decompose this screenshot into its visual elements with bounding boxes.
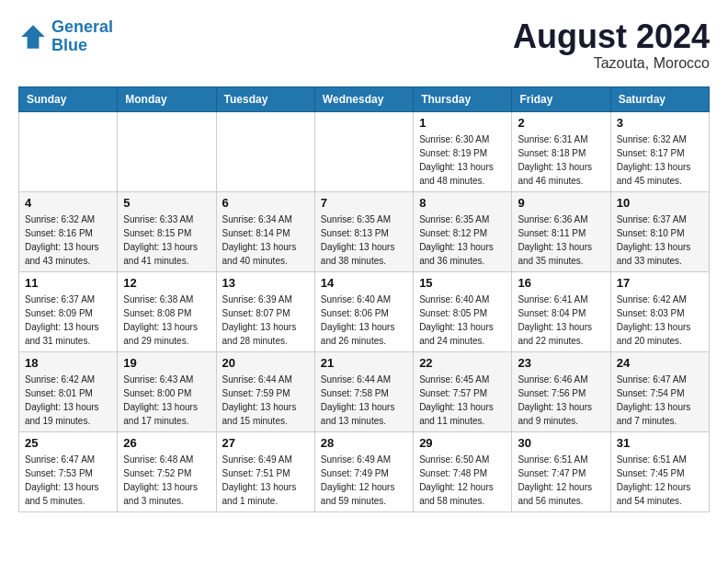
week-row-4: 18Sunrise: 6:42 AMSunset: 8:01 PMDayligh… bbox=[19, 351, 710, 431]
day-info: Sunrise: 6:45 AMSunset: 7:57 PMDaylight:… bbox=[419, 373, 506, 428]
day-info: Sunrise: 6:32 AMSunset: 8:17 PMDaylight:… bbox=[617, 132, 703, 188]
day-number: 20 bbox=[222, 356, 309, 370]
day-info: Sunrise: 6:49 AMSunset: 7:51 PMDaylight:… bbox=[222, 453, 309, 508]
title-block: August 2024 Tazouta, Morocco bbox=[513, 18, 710, 72]
day-info: Sunrise: 6:32 AMSunset: 8:16 PMDaylight:… bbox=[25, 213, 111, 268]
day-info: Sunrise: 6:42 AMSunset: 8:03 PMDaylight:… bbox=[617, 293, 703, 348]
day-number: 23 bbox=[518, 356, 604, 370]
col-header-sunday: Sunday bbox=[19, 86, 118, 111]
calendar-cell: 1Sunrise: 6:30 AMSunset: 8:19 PMDaylight… bbox=[414, 111, 512, 191]
calendar-cell: 29Sunrise: 6:50 AMSunset: 7:48 PMDayligh… bbox=[414, 431, 512, 511]
day-info: Sunrise: 6:35 AMSunset: 8:13 PMDaylight:… bbox=[321, 213, 407, 268]
col-header-wednesday: Wednesday bbox=[314, 86, 413, 111]
day-info: Sunrise: 6:37 AMSunset: 8:09 PMDaylight:… bbox=[25, 293, 111, 348]
calendar-cell: 9Sunrise: 6:36 AMSunset: 8:11 PMDaylight… bbox=[512, 191, 610, 271]
day-info: Sunrise: 6:35 AMSunset: 8:12 PMDaylight:… bbox=[419, 213, 506, 268]
calendar-cell: 2Sunrise: 6:31 AMSunset: 8:18 PMDaylight… bbox=[512, 111, 610, 191]
calendar-cell: 22Sunrise: 6:45 AMSunset: 7:57 PMDayligh… bbox=[414, 351, 512, 431]
calendar-cell: 8Sunrise: 6:35 AMSunset: 8:12 PMDaylight… bbox=[414, 191, 512, 271]
day-number: 21 bbox=[321, 356, 407, 370]
day-number: 16 bbox=[518, 276, 604, 290]
day-info: Sunrise: 6:47 AMSunset: 7:54 PMDaylight:… bbox=[617, 373, 703, 428]
day-info: Sunrise: 6:44 AMSunset: 7:58 PMDaylight:… bbox=[321, 373, 407, 428]
day-number: 13 bbox=[222, 276, 309, 290]
col-header-monday: Monday bbox=[118, 86, 216, 111]
day-number: 30 bbox=[518, 436, 604, 450]
day-number: 6 bbox=[222, 196, 309, 210]
day-info: Sunrise: 6:46 AMSunset: 7:56 PMDaylight:… bbox=[518, 373, 604, 428]
week-row-2: 4Sunrise: 6:32 AMSunset: 8:16 PMDaylight… bbox=[19, 191, 710, 271]
week-row-5: 25Sunrise: 6:47 AMSunset: 7:53 PMDayligh… bbox=[19, 431, 710, 511]
day-info: Sunrise: 6:33 AMSunset: 8:15 PMDaylight:… bbox=[123, 213, 210, 268]
day-info: Sunrise: 6:34 AMSunset: 8:14 PMDaylight:… bbox=[222, 213, 309, 268]
calendar-cell: 24Sunrise: 6:47 AMSunset: 7:54 PMDayligh… bbox=[610, 351, 709, 431]
day-info: Sunrise: 6:40 AMSunset: 8:05 PMDaylight:… bbox=[419, 293, 506, 348]
location: Tazouta, Morocco bbox=[513, 55, 710, 72]
day-info: Sunrise: 6:31 AMSunset: 8:18 PMDaylight:… bbox=[518, 132, 604, 188]
day-number: 19 bbox=[123, 356, 210, 370]
day-info: Sunrise: 6:51 AMSunset: 7:47 PMDaylight:… bbox=[518, 453, 604, 508]
calendar-cell bbox=[118, 111, 216, 191]
calendar-cell: 21Sunrise: 6:44 AMSunset: 7:58 PMDayligh… bbox=[314, 351, 413, 431]
day-number: 1 bbox=[419, 116, 506, 130]
day-info: Sunrise: 6:47 AMSunset: 7:53 PMDaylight:… bbox=[25, 453, 111, 508]
calendar-cell: 27Sunrise: 6:49 AMSunset: 7:51 PMDayligh… bbox=[216, 431, 314, 511]
day-number: 10 bbox=[617, 196, 703, 210]
calendar-cell: 13Sunrise: 6:39 AMSunset: 8:07 PMDayligh… bbox=[216, 271, 314, 351]
month-year: August 2024 bbox=[513, 18, 710, 55]
calendar-cell: 25Sunrise: 6:47 AMSunset: 7:53 PMDayligh… bbox=[19, 431, 118, 511]
day-info: Sunrise: 6:36 AMSunset: 8:11 PMDaylight:… bbox=[518, 213, 604, 268]
day-number: 4 bbox=[25, 196, 111, 210]
day-info: Sunrise: 6:49 AMSunset: 7:49 PMDaylight:… bbox=[321, 453, 407, 508]
calendar-cell: 19Sunrise: 6:43 AMSunset: 8:00 PMDayligh… bbox=[118, 351, 216, 431]
logo: General Blue bbox=[18, 18, 113, 55]
logo-icon bbox=[18, 22, 48, 52]
day-number: 9 bbox=[518, 196, 604, 210]
day-info: Sunrise: 6:38 AMSunset: 8:08 PMDaylight:… bbox=[123, 293, 210, 348]
calendar-cell: 30Sunrise: 6:51 AMSunset: 7:47 PMDayligh… bbox=[512, 431, 610, 511]
calendar-cell: 11Sunrise: 6:37 AMSunset: 8:09 PMDayligh… bbox=[19, 271, 118, 351]
day-info: Sunrise: 6:43 AMSunset: 8:00 PMDaylight:… bbox=[123, 373, 210, 428]
day-number: 27 bbox=[222, 436, 309, 450]
day-info: Sunrise: 6:40 AMSunset: 8:06 PMDaylight:… bbox=[321, 293, 407, 348]
day-number: 26 bbox=[123, 436, 210, 450]
calendar-table: SundayMondayTuesdayWednesdayThursdayFrid… bbox=[18, 86, 710, 512]
col-header-thursday: Thursday bbox=[414, 86, 512, 111]
calendar-cell: 4Sunrise: 6:32 AMSunset: 8:16 PMDaylight… bbox=[19, 191, 118, 271]
day-number: 2 bbox=[518, 116, 604, 130]
calendar-cell: 26Sunrise: 6:48 AMSunset: 7:52 PMDayligh… bbox=[118, 431, 216, 511]
calendar-cell: 31Sunrise: 6:51 AMSunset: 7:45 PMDayligh… bbox=[610, 431, 709, 511]
calendar-cell: 23Sunrise: 6:46 AMSunset: 7:56 PMDayligh… bbox=[512, 351, 610, 431]
calendar-cell: 16Sunrise: 6:41 AMSunset: 8:04 PMDayligh… bbox=[512, 271, 610, 351]
day-number: 5 bbox=[123, 196, 210, 210]
col-header-friday: Friday bbox=[512, 86, 610, 111]
calendar-cell: 6Sunrise: 6:34 AMSunset: 8:14 PMDaylight… bbox=[216, 191, 314, 271]
day-info: Sunrise: 6:39 AMSunset: 8:07 PMDaylight:… bbox=[222, 293, 309, 348]
calendar-cell: 18Sunrise: 6:42 AMSunset: 8:01 PMDayligh… bbox=[19, 351, 118, 431]
calendar-cell: 3Sunrise: 6:32 AMSunset: 8:17 PMDaylight… bbox=[610, 111, 709, 191]
day-number: 3 bbox=[617, 116, 703, 130]
day-number: 24 bbox=[617, 356, 703, 370]
calendar-cell: 5Sunrise: 6:33 AMSunset: 8:15 PMDaylight… bbox=[118, 191, 216, 271]
calendar-cell: 15Sunrise: 6:40 AMSunset: 8:05 PMDayligh… bbox=[414, 271, 512, 351]
day-number: 14 bbox=[321, 276, 407, 290]
week-row-1: 1Sunrise: 6:30 AMSunset: 8:19 PMDaylight… bbox=[19, 111, 710, 191]
day-number: 12 bbox=[123, 276, 210, 290]
day-info: Sunrise: 6:37 AMSunset: 8:10 PMDaylight:… bbox=[617, 213, 703, 268]
calendar-cell bbox=[314, 111, 413, 191]
day-info: Sunrise: 6:41 AMSunset: 8:04 PMDaylight:… bbox=[518, 293, 604, 348]
day-info: Sunrise: 6:30 AMSunset: 8:19 PMDaylight:… bbox=[419, 132, 506, 188]
day-number: 15 bbox=[419, 276, 506, 290]
calendar-cell bbox=[19, 111, 118, 191]
day-number: 28 bbox=[321, 436, 407, 450]
day-info: Sunrise: 6:44 AMSunset: 7:59 PMDaylight:… bbox=[222, 373, 309, 428]
logo-text: General Blue bbox=[51, 18, 113, 55]
week-row-3: 11Sunrise: 6:37 AMSunset: 8:09 PMDayligh… bbox=[19, 271, 710, 351]
calendar-cell: 10Sunrise: 6:37 AMSunset: 8:10 PMDayligh… bbox=[610, 191, 709, 271]
day-number: 22 bbox=[419, 356, 506, 370]
svg-marker-0 bbox=[21, 25, 45, 49]
calendar-cell: 14Sunrise: 6:40 AMSunset: 8:06 PMDayligh… bbox=[314, 271, 413, 351]
col-header-tuesday: Tuesday bbox=[216, 86, 314, 111]
day-number: 29 bbox=[419, 436, 506, 450]
header-row: SundayMondayTuesdayWednesdayThursdayFrid… bbox=[19, 86, 710, 111]
